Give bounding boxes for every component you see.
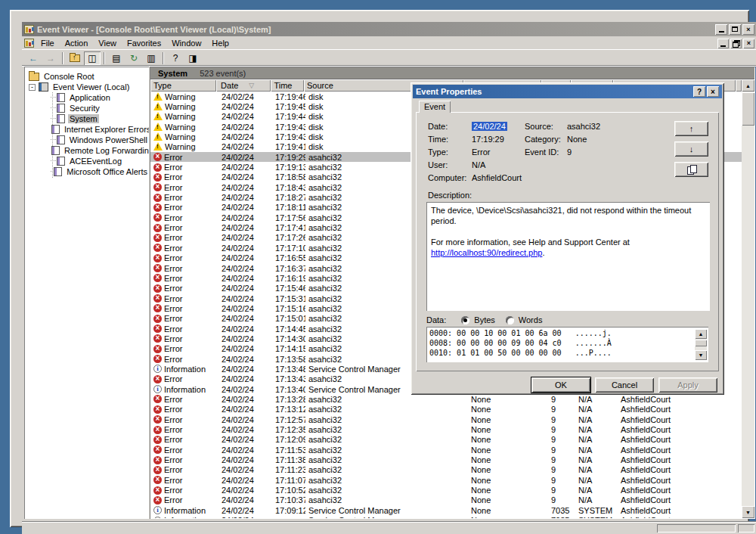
- error-icon: [153, 183, 162, 191]
- column-header-filler: [736, 79, 742, 92]
- child-restore-button[interactable]: [730, 39, 742, 48]
- event-time-cell: 17:19:44: [272, 112, 305, 121]
- scroll-down-button[interactable]: ▼: [742, 506, 754, 518]
- next-event-button[interactable]: ↓: [674, 141, 708, 157]
- maximize-button[interactable]: [729, 24, 741, 35]
- sidebar-item-application[interactable]: Application: [26, 92, 149, 103]
- date-value[interactable]: 24/02/24: [472, 122, 507, 131]
- event-category-cell: None: [466, 395, 545, 404]
- close-button[interactable]: ×: [742, 24, 754, 35]
- cancel-button[interactable]: Cancel: [595, 377, 654, 393]
- computer-label: Computer:: [428, 173, 466, 182]
- event-row[interactable]: Error24/02/2417:10:52asahci32None9N/AAsh…: [150, 485, 742, 495]
- error-icon: [153, 395, 162, 403]
- event-row[interactable]: Error24/02/2417:13:28asahci32None9N/AAsh…: [150, 394, 742, 404]
- event-row[interactable]: Error24/02/2417:11:07asahci32None9N/AAsh…: [150, 475, 742, 485]
- event-type-label: Warning: [165, 123, 196, 132]
- event-computer-cell: AshfieldCourt: [618, 395, 742, 404]
- event-row[interactable]: Information24/02/24Service Control Manag…: [150, 515, 742, 518]
- sidebar-item-aceeventlog[interactable]: ACEEventLog: [26, 156, 149, 166]
- hex-scroll-up-button[interactable]: ▲: [695, 329, 707, 339]
- column-header-date[interactable]: Date▽: [216, 79, 271, 92]
- ok-button[interactable]: OK: [531, 377, 590, 393]
- scroll-up-button[interactable]: ▲: [742, 79, 754, 92]
- scroll-thumb[interactable]: [742, 92, 754, 126]
- event-date-cell: 24/02/24: [217, 476, 272, 485]
- event-row[interactable]: Information24/02/2417:09:12Service Contr…: [150, 505, 742, 515]
- menu-view[interactable]: View: [93, 37, 122, 49]
- menu-window[interactable]: Window: [166, 37, 206, 49]
- properties-button[interactable]: ▤: [108, 51, 125, 65]
- tab-event[interactable]: Event: [419, 101, 451, 113]
- menu-file[interactable]: File: [36, 37, 60, 49]
- column-header-time[interactable]: Time: [271, 79, 304, 92]
- event-row[interactable]: Error24/02/2417:10:37asahci32None9N/AAsh…: [150, 495, 742, 505]
- sidebar-item-microsoft-office-alerts[interactable]: Microsoft Office Alerts: [26, 166, 149, 177]
- dialog-title-bar[interactable]: Event Properties ? ×: [413, 85, 722, 98]
- show-hide-console-tree-button[interactable]: ◫: [84, 51, 101, 65]
- hex-scroll-thumb[interactable]: [695, 340, 707, 346]
- bytes-radio[interactable]: [461, 316, 469, 324]
- event-event-cell: 9: [545, 395, 575, 404]
- event-type-label: Error: [164, 314, 182, 323]
- help-button-icon: ?: [173, 54, 178, 63]
- dialog-close-button[interactable]: ×: [707, 86, 719, 97]
- sidebar-item-windows-powershell[interactable]: Windows PowerShell: [26, 135, 149, 145]
- event-category-cell: None: [466, 476, 545, 485]
- export-list-button[interactable]: ▥: [143, 51, 160, 65]
- event-computer-cell: AshfieldCourt: [618, 446, 742, 455]
- menu-help[interactable]: Help: [206, 37, 234, 49]
- event-row[interactable]: Error24/02/2417:13:12asahci32None9N/AAsh…: [150, 405, 742, 414]
- menu-action[interactable]: Action: [60, 37, 94, 49]
- sidebar-item-event-viewer-local-[interactable]: -Event Viewer (Local): [26, 82, 149, 92]
- sidebar-item-remote-log-forwarding[interactable]: Remote Log Forwarding: [26, 145, 149, 156]
- column-header-type[interactable]: Type: [150, 79, 216, 92]
- ok-button-label: OK: [555, 380, 567, 390]
- copy-event-button[interactable]: [674, 162, 708, 177]
- child-close-button[interactable]: ×: [743, 39, 754, 48]
- event-row[interactable]: Error24/02/2417:12:35asahci32None9N/AAsh…: [150, 424, 742, 434]
- toolbar: ←→◫▤↻▥?◨: [22, 50, 756, 67]
- up-one-level-button[interactable]: [67, 51, 83, 65]
- sidebar-item-internet-explorer-errors[interactable]: Internet Explorer Errors: [26, 124, 149, 135]
- event-user-cell: N/A: [575, 455, 618, 464]
- event-row[interactable]: Error24/02/2417:11:53asahci32None9N/AAsh…: [150, 445, 742, 455]
- event-time-cell: 17:16:19: [272, 274, 305, 283]
- close-icon: ×: [711, 88, 715, 96]
- words-radio[interactable]: [506, 316, 514, 324]
- event-date-cell: 24/02/24: [217, 374, 272, 383]
- child-minimize-button[interactable]: [717, 39, 729, 48]
- event-type-label: Error: [164, 476, 182, 485]
- menu-favorites[interactable]: Favorites: [122, 37, 166, 49]
- event-date-cell: 24/02/24: [217, 112, 272, 121]
- support-link[interactable]: http://localhost:90/redirect.php: [431, 248, 542, 257]
- error-icon: [153, 415, 162, 424]
- collapse-toggle[interactable]: -: [29, 84, 36, 91]
- event-source-cell: asahci32: [305, 446, 466, 455]
- list-vertical-scrollbar[interactable]: ▲ ▼: [742, 79, 754, 518]
- sidebar-item-system[interactable]: System: [26, 113, 149, 124]
- sidebar-item-console-root[interactable]: Console Root: [26, 71, 149, 82]
- event-row[interactable]: Error24/02/2417:12:57asahci32None9N/AAsh…: [150, 414, 742, 424]
- dialog-help-button[interactable]: ?: [693, 86, 705, 97]
- help-button[interactable]: ?: [167, 51, 184, 65]
- tree-item-label: Security: [68, 104, 101, 113]
- help-topics-button[interactable]: ◨: [184, 51, 201, 65]
- child-close-icon: ×: [747, 39, 751, 47]
- sidebar-item-security[interactable]: Security: [26, 103, 149, 113]
- forward-button[interactable]: →: [42, 51, 59, 65]
- event-row[interactable]: Error24/02/2417:11:38asahci32None9N/AAsh…: [150, 455, 742, 464]
- back-button[interactable]: ←: [25, 51, 42, 65]
- hex-scrollbar[interactable]: ▲ ▼: [695, 329, 707, 360]
- refresh-button[interactable]: ↻: [125, 51, 142, 65]
- event-row[interactable]: Error24/02/2417:12:09asahci32None9N/AAsh…: [150, 435, 742, 445]
- event-row[interactable]: Error24/02/2417:11:23asahci32None9N/AAsh…: [150, 465, 742, 475]
- event-source-cell: asahci32: [305, 405, 466, 414]
- event-type-cell: Error: [150, 405, 217, 414]
- event-type-cell: Warning: [150, 142, 217, 151]
- title-bar[interactable]: Event Viewer - [Console Root\Event Viewe…: [22, 22, 756, 36]
- event-source-cell: asahci32: [305, 455, 466, 464]
- hex-scroll-down-button[interactable]: ▼: [695, 350, 707, 360]
- minimize-button[interactable]: [715, 24, 727, 35]
- previous-event-button[interactable]: ↑: [674, 121, 708, 136]
